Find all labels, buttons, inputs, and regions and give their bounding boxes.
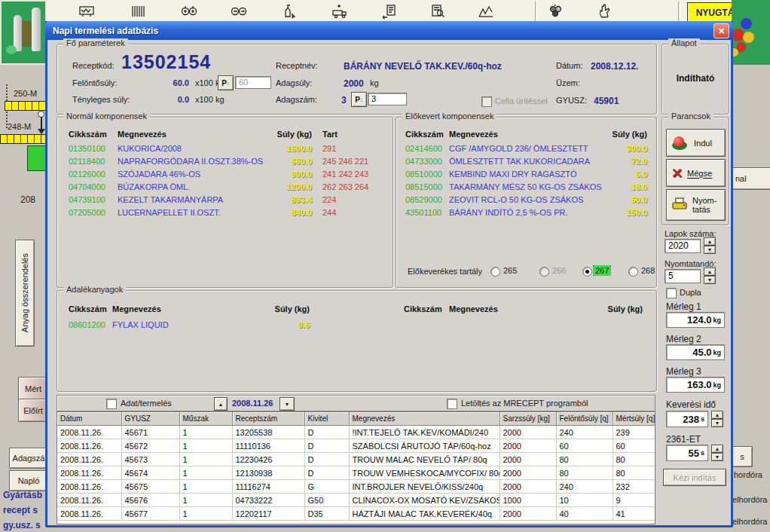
et-spinner[interactable]: ▲ ▼ [711, 445, 723, 461]
col-suly: Súly (kg) [261, 130, 312, 139]
component-row[interactable]: 02118400 NAPRAFORGÓDARA II.OSZT.38%-OS 6… [57, 154, 393, 167]
hopper-scale-icon[interactable] [75, 2, 98, 21]
lapok-szama-input[interactable]: 2020 [665, 239, 701, 253]
spinner-up-icon[interactable]: ▲ [711, 411, 723, 419]
tartaly-radio-267[interactable] [582, 267, 592, 277]
tartaly-radio-267-label[interactable]: 267 [594, 266, 610, 275]
log-row[interactable]: 2008.11.26.45674112130938DTROUW VEMHESKO… [57, 466, 655, 480]
fragment-label: nal [735, 174, 747, 183]
component-row[interactable]: 04733000 ÖMLESZTETT TAK.KUKORICADARA 72.… [396, 154, 656, 167]
log-row[interactable]: 2008.11.26.45672111110136DSZABOLCSI ÁRUT… [57, 439, 655, 453]
megse-button[interactable]: ✕ Mégse [666, 159, 726, 187]
indul-button[interactable]: Indul [666, 129, 726, 157]
letoltes-checkbox[interactable] [447, 399, 457, 409]
merleg3-field: 163.0 kg [666, 377, 725, 393]
anyag-osszerendeles-button[interactable]: Anyag összerendelés [15, 240, 35, 347]
mert-button[interactable]: Mért [18, 377, 48, 400]
printer-icon [670, 196, 689, 214]
et-2361-label: 2361-ET [666, 434, 701, 445]
grapes-logo-icon[interactable] [544, 2, 567, 21]
component-row[interactable]: 02126000 SZÓJADARA 46%-OS 900.0 241 242 … [57, 167, 393, 180]
spinner-up-icon[interactable]: ▲ [711, 445, 723, 453]
fo-parameterek-group: Fő paraméterek Receptkód: 13502154 Felön… [57, 44, 657, 115]
doc-search-icon[interactable] [426, 2, 449, 21]
adagsuly-value: 2000 [344, 78, 364, 89]
background-button-fragment[interactable]: nal [732, 167, 770, 190]
et-2361-field[interactable]: 55 s [666, 445, 708, 461]
component-row[interactable]: 02414600 CGF /AMYGOLD 236/ ÖMLESZTETT 30… [396, 142, 656, 154]
hand-glove-icon[interactable] [594, 2, 616, 21]
group-title: Normál komponensek [63, 112, 150, 121]
tartaly-radio-268[interactable] [628, 267, 638, 277]
spinner-down-icon[interactable]: ▼ [704, 276, 716, 284]
date-dropdown-button[interactable]: ▼ [280, 397, 295, 411]
spinner-down-icon[interactable]: ▼ [711, 453, 723, 461]
adagszam-value: 3 [341, 95, 347, 105]
col-suly: Súly (kg) [257, 304, 310, 313]
col-cikkszam: Cikkszám [69, 304, 112, 313]
doc-transfer-icon[interactable] [378, 2, 401, 21]
conveyor-pair-icon[interactable] [228, 2, 250, 21]
tartaly-radio-265[interactable] [490, 267, 500, 277]
component-row[interactable]: 04739100 KEZELT TAKARMÁNYÁRPA 893.4 224 [57, 193, 393, 206]
eloirt-button[interactable]: Előírt [18, 399, 48, 422]
spinner-up-icon[interactable]: ▲ [704, 268, 716, 276]
dosing-flask-icon[interactable] [277, 2, 300, 21]
silo-shape [32, 8, 41, 51]
component-row[interactable]: 08601200 FYLAX LIQUID 0.6 [69, 318, 310, 331]
component-row[interactable]: 08515000 TAKARMÁNY MÉSZ 50 KG-OS ZSÁKOS … [396, 180, 656, 193]
spinner-down-icon[interactable]: ▼ [704, 246, 716, 254]
suly: 840.0 [261, 208, 312, 217]
naplo-button[interactable]: Napló [9, 470, 48, 491]
col-tart: Tart [312, 130, 338, 139]
nyomtatas-label: Nyom-tatás [692, 196, 720, 214]
log-date-value[interactable]: 2008.11.26 [232, 399, 273, 408]
component-row[interactable]: 43501100 BÁRÁNY INDÍTÓ 2,5 %-OS PR. 150.… [396, 206, 656, 219]
background-button-fragment[interactable]: s [732, 446, 753, 467]
adagszam-button[interactable]: Adagszá [9, 448, 48, 469]
cikkszam: 08529000 [405, 195, 449, 204]
dialog-titlebar[interactable]: Napi termelési adatbázis ✕ [45, 21, 733, 40]
keveresi-ido-field[interactable]: 238 s [666, 411, 708, 427]
roller-mill-icon[interactable] [127, 2, 149, 21]
tartaly-radio-268-label[interactable]: 268 [640, 266, 656, 275]
adagszam-input[interactable]: 3 [368, 93, 407, 105]
component-row[interactable]: 08510000 KEMBIND MAXI DRY RAGASZTÓ 6.0 [396, 167, 656, 180]
log-row[interactable]: 2008.11.26.45675111116274GINT.BROJLER NE… [57, 480, 655, 494]
log-row[interactable]: 2008.11.26.45676104733222G50CLINACOX-OX … [57, 494, 655, 507]
spinner-down-icon[interactable]: ▼ [711, 419, 723, 427]
component-row[interactable]: 07205000 LUCERNAPELLET II.OSZT. 840.0 24… [57, 206, 393, 219]
et-unit: s [701, 449, 704, 457]
keveresi-spinner[interactable]: ▲ ▼ [711, 411, 723, 427]
component-row[interactable]: 01350100 KUKORICA/2008 1600.0 291 [57, 142, 393, 154]
p-edit-button[interactable]: P↓ [351, 92, 367, 107]
p-glyph: P [355, 96, 360, 104]
component-row[interactable]: 08529000 ZEOVIT RCL-O 50 KG-OS ZSÁKOS 60… [396, 193, 656, 206]
background-text-line: recept s [3, 505, 38, 515]
mixer-pair-icon[interactable] [178, 2, 200, 21]
keveresi-ido-label: Keverési idő [666, 399, 716, 410]
log-row[interactable]: 2008.11.26.45677112202117D35HÁZTÁJI MALA… [57, 507, 655, 521]
tartaly-radio-265-label[interactable]: 265 [502, 266, 518, 275]
col-muszak: Műszak [179, 412, 232, 426]
nyomtatando-spinner[interactable]: ▲ ▼ [704, 268, 716, 284]
trend-chart-icon[interactable] [475, 2, 497, 21]
p-edit-button[interactable]: P↓ [218, 75, 234, 90]
log-row[interactable]: 2008.11.26.45671113205538D!INT.TEJELŐ TA… [57, 426, 655, 439]
adat-termeles-checkbox[interactable] [106, 399, 117, 409]
nyomtatando-input[interactable]: 5 [665, 269, 701, 283]
lapok-spinner[interactable]: ▲ ▼ [704, 237, 716, 254]
merleg3-value: 163.0 [687, 379, 712, 390]
parancsok-group: Parancsok Indul ✕ Mégse Nyom-tatás [662, 117, 729, 225]
suly: 18.0 [598, 182, 647, 191]
dupla-checkbox[interactable] [666, 288, 677, 298]
col-megnevezes: Megnevezés [449, 130, 598, 139]
date-up-button[interactable]: ▲ [214, 397, 228, 411]
component-row[interactable]: 04704000 BÚZAKORPA ÖML. 1200.0 262 263 2… [57, 180, 393, 193]
close-icon[interactable]: ✕ [713, 23, 729, 38]
tartaly-radio-266-label: 266 [551, 266, 567, 275]
spinner-up-icon[interactable]: ▲ [704, 237, 716, 246]
nyomtatas-button[interactable]: Nyom-tatás [666, 189, 726, 221]
truck-loading-icon[interactable] [328, 2, 351, 21]
log-row[interactable]: 2008.11.26.45673112230426DTROUW MALAC NE… [57, 453, 655, 466]
